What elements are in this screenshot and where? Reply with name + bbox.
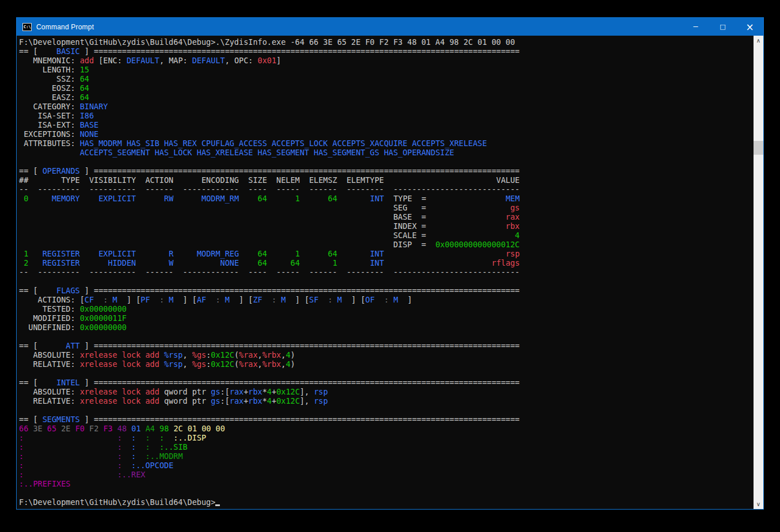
titlebar[interactable]: C:\ Command Prompt ─ □ × — [17, 18, 763, 36]
console-line — [19, 277, 520, 286]
console-line: MNEMONIC: add [ENC: DEFAULT, MAP: DEFAUL… — [19, 56, 520, 65]
console-line — [19, 488, 520, 497]
console-line: : : : : :..SIB — [19, 442, 520, 451]
window-controls: ─ □ × — [682, 18, 763, 36]
close-button[interactable]: × — [736, 18, 763, 36]
console-line: : : : :..MODRM — [19, 451, 520, 461]
console-line: EXCEPTIONS: NONE — [19, 129, 520, 139]
console-line: INDEX = rbx — [19, 221, 520, 231]
maximize-icon: □ — [720, 23, 725, 30]
console-line: ACTIONS: [CF : M ] [PF : M ] [AF : M ] [… — [19, 295, 520, 304]
console-line: ABSOLUTE: xrelease lock add %rsp, %gs:0x… — [19, 350, 520, 359]
minimize-button[interactable]: ─ — [682, 18, 709, 36]
console-line: RELATIVE: xrelease lock add qword ptr gs… — [19, 396, 520, 405]
console-line: ISA-EXT: BASE — [19, 120, 520, 129]
console-line: == [ ATT ] =============================… — [19, 341, 520, 350]
maximize-button[interactable]: □ — [709, 18, 736, 36]
console-line: : : : : : :..DISP — [19, 433, 520, 442]
console-line: EOSZ: 64 — [19, 83, 520, 93]
console-line: ACCEPTS_SEGMENT HAS_LOCK HAS_XRELEASE HA… — [19, 148, 520, 157]
window-title: Command Prompt — [36, 23, 94, 31]
scrollbar-thumb[interactable] — [754, 141, 763, 155]
console-line: == [ INTEL ] ===========================… — [19, 378, 520, 387]
console-line — [19, 369, 520, 378]
console-line: BASE = rax — [19, 212, 520, 221]
chevron-down-icon: ∨ — [756, 501, 760, 507]
scroll-down-button[interactable]: ∨ — [754, 499, 763, 509]
console-line: == [ BASIC ] ===========================… — [19, 47, 520, 56]
console-line: == [ OPERANDS ] ========================… — [19, 166, 520, 175]
console-line: :..PREFIXES — [19, 479, 520, 488]
console-line: UNDEFINED: 0x00000000 — [19, 323, 520, 332]
console-line: DISP = 0x000000000000012C — [19, 240, 520, 249]
close-icon: × — [745, 21, 754, 33]
console-line: 66 3E 65 2E F0 F2 F3 48 01 A4 98 2C 01 0… — [19, 424, 520, 433]
console-line: ## TYPE VISIBILITY ACTION ENCODING SIZE … — [19, 175, 520, 185]
console-line: SSZ: 64 — [19, 74, 520, 83]
console-line: : :..REX — [19, 470, 520, 479]
console-line: == [ FLAGS ] ===========================… — [19, 286, 520, 295]
console-line: : : :..OPCODE — [19, 461, 520, 470]
console-line — [19, 157, 520, 166]
cmd-icon[interactable]: C:\ — [22, 23, 32, 31]
console-line: 1 REGISTER EXPLICIT R MODRM_REG 64 1 64 … — [19, 249, 520, 258]
console-line: == [ SEGMENTS ] ========================… — [19, 415, 520, 424]
console-line: F:\Development\GitHub\zydis\Build64\Debu… — [19, 37, 520, 47]
console[interactable]: F:\Development\GitHub\zydis\Build64\Debu… — [17, 36, 763, 509]
console-line: EASZ: 64 — [19, 93, 520, 102]
scroll-up-button[interactable]: ∧ — [754, 36, 763, 45]
console-line: CATEGORY: BINARY — [19, 102, 520, 111]
console-line: -- --------- ---------- ------ ---------… — [19, 267, 520, 277]
console-line: ISA-SET: I86 — [19, 111, 520, 120]
console-line: ABSOLUTE: xrelease lock add qword ptr gs… — [19, 387, 520, 396]
console-line: F:\Development\GitHub\zydis\Build64\Debu… — [19, 497, 520, 507]
console-line — [19, 332, 520, 341]
chevron-up-icon: ∧ — [756, 37, 760, 44]
console-line: SEG = gs — [19, 203, 520, 212]
console-line: MODIFIED: 0x0000011F — [19, 313, 520, 323]
minimize-icon: ─ — [694, 22, 698, 31]
text-cursor — [215, 498, 220, 506]
console-line: ATTRIBUTES: HAS_MODRM HAS_SIB HAS_REX CP… — [19, 139, 520, 148]
console-line: SCALE = 4 — [19, 231, 520, 240]
console-line: 2 REGISTER HIDDEN W NONE 64 64 1 INT rfl… — [19, 258, 520, 267]
console-line: 0 MEMORY EXPLICIT RW MODRM_RM 64 1 64 IN… — [19, 194, 520, 203]
console-line: TESTED: 0x00000000 — [19, 304, 520, 313]
console-output: F:\Development\GitHub\zydis\Build64\Debu… — [19, 37, 520, 507]
console-line — [19, 405, 520, 415]
command-prompt-window: C:\ Command Prompt ─ □ × F:\Development\… — [16, 17, 764, 510]
console-line: -- --------- ---------- ------ ---------… — [19, 185, 520, 194]
console-line: RELATIVE: xrelease lock add %rsp, %gs:0x… — [19, 359, 520, 369]
console-line: LENGTH: 15 — [19, 65, 520, 74]
scrollbar-track[interactable]: ∧ ∨ — [754, 36, 763, 509]
